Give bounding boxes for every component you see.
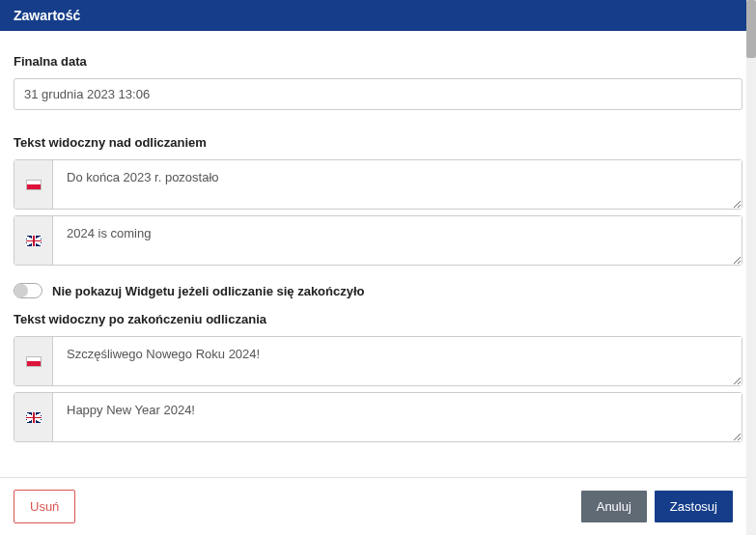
flag-pl-icon [14,160,53,209]
final-date-input[interactable] [14,78,742,110]
text-after-label: Tekst widoczny po zakończeniu odliczania [14,312,742,326]
text-above-en-input[interactable] [53,216,742,265]
text-after-pl-row [14,336,742,386]
text-after-en-row [14,392,742,442]
text-after-pl-input[interactable] [53,337,742,385]
text-after-en-input[interactable] [53,393,742,441]
panel-footer: Usuń Anuluj Zastosuj [0,477,746,535]
text-above-pl-row [14,159,742,210]
text-above-label: Tekst widoczny nad odliczaniem [14,135,742,150]
flag-gb-icon [14,393,53,441]
text-above-en-row [14,215,742,266]
apply-button[interactable]: Zastosuj [655,491,733,522]
flag-pl-icon [14,337,53,385]
cancel-button[interactable]: Anuluj [581,491,647,522]
scrollbar-thumb[interactable] [746,0,756,58]
panel-content: Finalna data Tekst widoczny nad odliczan… [0,31,756,475]
panel-title: Zawartość [14,8,80,23]
final-date-label: Finalna data [14,54,742,69]
flag-gb-icon [14,216,53,265]
hide-widget-toggle-row: Nie pokazuj Widgetu jeżeli odliczanie si… [14,283,742,298]
panel-header: Zawartość [0,0,756,31]
hide-widget-toggle-label: Nie pokazuj Widgetu jeżeli odliczanie si… [52,284,365,298]
delete-button[interactable]: Usuń [14,490,75,523]
text-above-pl-input[interactable] [53,160,742,209]
hide-widget-toggle[interactable] [14,283,42,298]
vertical-scrollbar[interactable] [746,0,756,535]
